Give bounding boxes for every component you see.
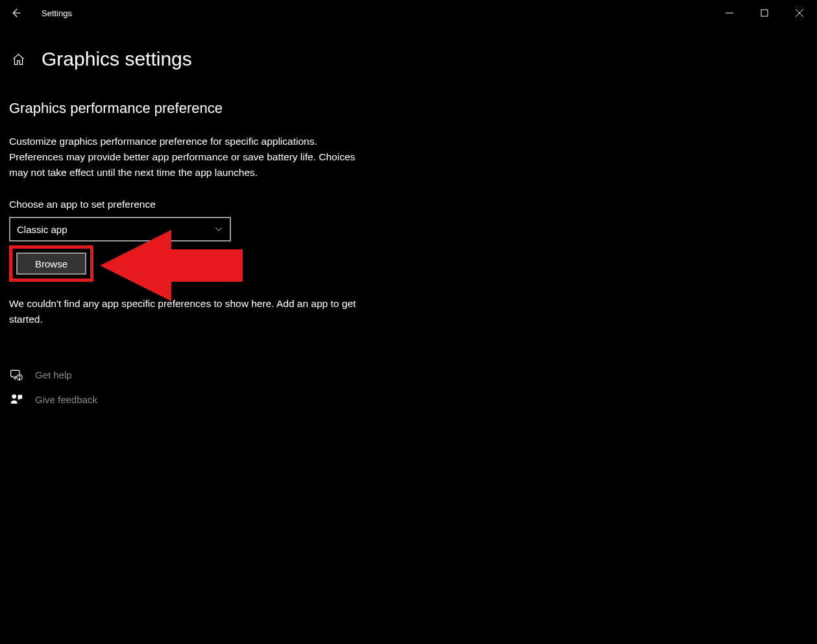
section-heading: Graphics performance preference xyxy=(9,100,808,117)
window-title: Settings xyxy=(42,8,72,18)
close-icon xyxy=(796,9,803,17)
svg-point-6 xyxy=(19,378,19,379)
content-area: Graphics settings Graphics performance p… xyxy=(0,26,817,406)
titlebar: Settings xyxy=(0,0,817,26)
choose-app-label: Choose an app to set preference xyxy=(9,199,808,210)
page-title: Graphics settings xyxy=(42,48,192,70)
browse-button[interactable]: Browse xyxy=(16,253,86,275)
titlebar-left: Settings xyxy=(5,3,72,23)
minimize-button[interactable] xyxy=(712,0,747,26)
home-icon xyxy=(12,53,25,66)
window-controls xyxy=(712,0,817,26)
arrow-left-icon xyxy=(10,7,21,19)
svg-rect-1 xyxy=(761,10,768,16)
get-help-link[interactable]: Get help xyxy=(9,367,808,382)
page-header: Graphics settings xyxy=(9,48,808,70)
help-icon xyxy=(9,367,23,382)
back-button[interactable] xyxy=(5,3,26,23)
section-description: Customize graphics performance preferenc… xyxy=(9,134,360,180)
maximize-icon xyxy=(761,9,768,17)
empty-state-message: We couldn't find any app specific prefer… xyxy=(9,296,372,327)
app-type-dropdown[interactable]: Classic app xyxy=(9,217,231,242)
help-links: Get help Give feedback xyxy=(9,367,808,406)
browse-button-label: Browse xyxy=(35,258,67,269)
give-feedback-link[interactable]: Give feedback xyxy=(9,392,808,406)
dropdown-selected-value: Classic app xyxy=(17,224,67,235)
annotation-highlight-box: Browse xyxy=(9,245,93,282)
home-button[interactable] xyxy=(9,50,27,68)
give-feedback-label: Give feedback xyxy=(35,394,97,405)
minimize-icon xyxy=(726,9,733,17)
get-help-label: Get help xyxy=(35,369,72,380)
close-button[interactable] xyxy=(782,0,817,26)
chevron-down-icon xyxy=(214,225,223,234)
maximize-button[interactable] xyxy=(747,0,782,26)
browse-annotation-wrap: Browse xyxy=(9,245,93,282)
feedback-icon xyxy=(9,392,23,406)
svg-point-7 xyxy=(12,395,16,399)
